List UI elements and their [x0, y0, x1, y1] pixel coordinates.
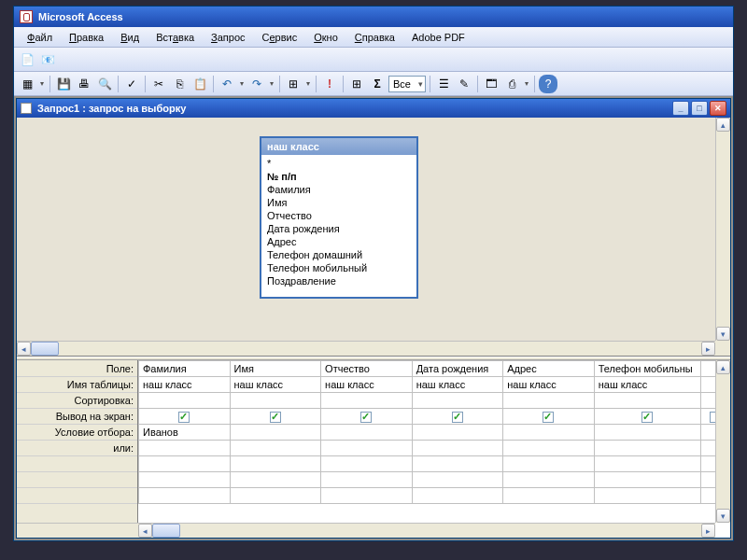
menu-window[interactable]: Окно: [306, 30, 345, 45]
help-icon[interactable]: ?: [539, 75, 557, 93]
top-hscroll[interactable]: ◂ ▸: [17, 341, 715, 356]
pdf-mail-icon[interactable]: 📧: [38, 50, 57, 69]
menu-view[interactable]: Вид: [113, 30, 147, 45]
field-item[interactable]: № п/п: [267, 170, 411, 183]
field-item[interactable]: *: [267, 157, 411, 170]
totals-icon[interactable]: Σ: [368, 75, 387, 93]
cell[interactable]: наш класс: [139, 377, 231, 393]
newobject-icon[interactable]: ⎙: [502, 75, 521, 93]
scroll-thumb[interactable]: [152, 524, 180, 538]
querytype-dropdown-icon[interactable]: ▾: [304, 75, 312, 93]
show-checkbox[interactable]: [543, 412, 554, 423]
show-checkbox[interactable]: [178, 412, 190, 423]
row-field: Фамилия Имя Отчество Дата рождения Адрес…: [139, 361, 730, 377]
cell[interactable]: Имя: [230, 361, 321, 377]
cell[interactable]: наш класс: [321, 377, 413, 393]
field-list[interactable]: * № п/п Фамилия Имя Отчество Дата рожден…: [261, 155, 416, 297]
show-checkbox[interactable]: [270, 412, 281, 423]
menubar: Файл Правка Вид Вставка Запрос Сервис Ок…: [14, 27, 733, 48]
field-item[interactable]: Поздравление: [267, 274, 411, 287]
field-item[interactable]: Отчество: [267, 209, 411, 222]
menu-file[interactable]: Файл: [20, 30, 60, 45]
cut-icon[interactable]: ✂: [149, 75, 168, 93]
redo-dropdown-icon[interactable]: ▾: [268, 75, 275, 93]
scroll-down-icon[interactable]: ▾: [716, 509, 730, 523]
grid-table[interactable]: Фамилия Имя Отчество Дата рождения Адрес…: [138, 360, 730, 504]
field-item[interactable]: Адрес: [267, 235, 411, 248]
field-item[interactable]: Дата рождения: [267, 222, 411, 235]
show-checkbox[interactable]: [641, 412, 653, 423]
dbwindow-icon[interactable]: 🗔: [482, 75, 500, 93]
redo-icon[interactable]: ↷: [247, 75, 266, 93]
scroll-left-icon[interactable]: ◂: [138, 524, 152, 538]
querytype-icon[interactable]: ⊞: [284, 75, 303, 93]
menu-help[interactable]: Справка: [347, 30, 402, 45]
cell[interactable]: Дата рождения: [412, 361, 503, 377]
app-title: Microsoft Access: [38, 11, 123, 22]
child-titlebar: Запрос1 : запрос на выборку _ □ ✕: [17, 99, 730, 118]
spell-icon[interactable]: ✓: [122, 75, 141, 93]
child-title: Запрос1 : запрос на выборку: [37, 103, 186, 114]
preview-icon[interactable]: 🔍: [95, 75, 114, 93]
source-table-name: наш класс: [261, 138, 416, 155]
menu-service[interactable]: Сервис: [255, 30, 305, 45]
grid-body[interactable]: Фамилия Имя Отчество Дата рождения Адрес…: [138, 360, 730, 538]
cell[interactable]: Фамилия: [139, 361, 231, 377]
cell[interactable]: Телефон мобильны: [594, 361, 700, 377]
mdi-workspace: Запрос1 : запрос на выборку _ □ ✕ наш кл…: [14, 96, 733, 540]
grid-vscroll[interactable]: ▴ ▾: [715, 360, 730, 523]
undo-icon[interactable]: ↶: [218, 75, 236, 93]
view-icon[interactable]: ▦: [18, 75, 36, 93]
builder-icon[interactable]: ✎: [455, 75, 473, 93]
paste-icon[interactable]: 📋: [190, 75, 209, 93]
label-show: Вывод на экран:: [17, 409, 137, 425]
cell[interactable]: наш класс: [594, 377, 700, 393]
toolbar-main: ▦▾ 💾 🖶 🔍 ✓ ✂ ⎘ 📋 ↶▾ ↷▾ ⊞▾ ! ⊞ Σ Все ☰ ✎ …: [14, 72, 733, 96]
undo-dropdown-icon[interactable]: ▾: [238, 75, 246, 93]
show-checkbox[interactable]: [360, 412, 372, 423]
cell[interactable]: наш класс: [230, 377, 321, 393]
cell[interactable]: наш класс: [412, 377, 503, 393]
print-icon[interactable]: 🖶: [75, 75, 93, 93]
properties-icon[interactable]: ☰: [434, 75, 453, 93]
field-item[interactable]: Телефон мобильный: [267, 261, 411, 274]
scroll-down-icon[interactable]: ▾: [716, 327, 730, 341]
scroll-up-icon[interactable]: ▴: [716, 360, 730, 374]
grid-hscroll[interactable]: ◂ ▸: [138, 523, 715, 538]
scroll-left-icon[interactable]: ◂: [17, 342, 31, 356]
newobject-dropdown-icon[interactable]: ▾: [523, 75, 530, 93]
source-table-box[interactable]: наш класс * № п/п Фамилия Имя Отчество Д…: [260, 136, 418, 299]
show-checkbox[interactable]: [452, 412, 463, 423]
label-or: или:: [17, 441, 137, 456]
query-design-window: Запрос1 : запрос на выборку _ □ ✕ наш кл…: [16, 98, 731, 539]
pdf-icon[interactable]: 📄: [18, 50, 36, 69]
maximize-button[interactable]: □: [691, 101, 708, 116]
cell[interactable]: наш класс: [503, 377, 595, 393]
scroll-thumb[interactable]: [31, 342, 59, 356]
copy-icon[interactable]: ⎘: [170, 75, 189, 93]
save-icon[interactable]: 💾: [54, 75, 73, 93]
scroll-right-icon[interactable]: ▸: [701, 524, 715, 538]
cell[interactable]: Отчество: [321, 361, 413, 377]
menu-insert[interactable]: Вставка: [148, 30, 202, 45]
menu-query[interactable]: Запрос: [204, 30, 252, 45]
top-vscroll[interactable]: ▴ ▾: [715, 118, 730, 341]
menu-edit[interactable]: Правка: [62, 30, 111, 45]
top-values-select[interactable]: Все: [388, 76, 426, 92]
view-dropdown-icon[interactable]: ▾: [38, 75, 46, 93]
cell[interactable]: Иванов: [139, 425, 231, 441]
close-button[interactable]: ✕: [710, 101, 726, 116]
menu-adobe[interactable]: Adobe PDF: [404, 30, 472, 45]
field-item[interactable]: Имя: [267, 196, 411, 209]
scroll-right-icon[interactable]: ▸: [701, 342, 715, 356]
row-sort: [139, 393, 730, 409]
minimize-button[interactable]: _: [672, 101, 689, 116]
run-icon[interactable]: !: [320, 75, 339, 93]
showtable-icon[interactable]: ⊞: [347, 75, 366, 93]
scroll-up-icon[interactable]: ▴: [716, 118, 730, 132]
grid-row-labels: Поле: Имя таблицы: Сортировка: Вывод на …: [17, 360, 138, 538]
field-item[interactable]: Фамилия: [267, 183, 411, 196]
table-pane[interactable]: наш класс * № п/п Фамилия Имя Отчество Д…: [17, 118, 730, 357]
cell[interactable]: Адрес: [503, 361, 595, 377]
field-item[interactable]: Телефон домашний: [267, 248, 411, 261]
